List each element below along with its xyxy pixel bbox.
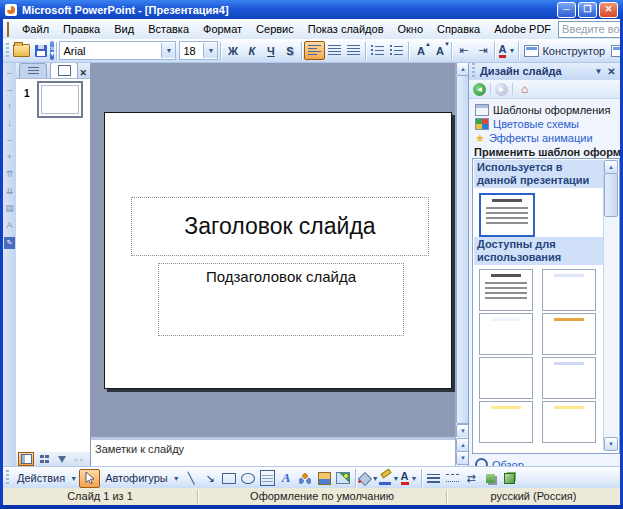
designer-button[interactable]: Конструктор [521,41,608,60]
tab-outline[interactable] [19,63,47,78]
menu-item-help[interactable]: Справка [430,20,487,38]
toolbar-options-button[interactable]: »▾ [50,41,54,60]
design-template-thumb-current[interactable] [479,193,535,237]
scroll-up-icon[interactable]: ▲ [604,160,618,174]
collapse-icon[interactable]: − [7,132,12,149]
design-template-thumb[interactable] [479,401,533,443]
menu-item-view[interactable]: Вид [107,20,141,38]
slide-sorter-button[interactable] [36,452,52,466]
wordart-button[interactable]: А [277,469,296,488]
question-input[interactable] [558,21,623,38]
chevron-down-icon[interactable]: ▼ [393,475,400,482]
home-icon[interactable]: ⌂ [517,83,532,96]
align-right-button[interactable] [344,41,363,60]
chevron-down-icon[interactable]: ▼ [161,43,175,58]
design-template-thumb[interactable] [479,269,533,311]
dash-style-button[interactable] [443,469,462,488]
bullets-button[interactable] [387,41,406,60]
arrow-button[interactable]: ↘ [201,469,220,488]
scroll-down-icon[interactable]: ▼ [604,437,618,451]
font-size-combo[interactable]: 18 ▼ [179,41,218,60]
menu-item-insert[interactable]: Вставка [141,20,196,38]
editor-scrollbar[interactable]: ▲ ▼ [455,62,469,437]
collapse-all-icon[interactable]: ⇈ [6,166,14,183]
taskpane-dropdown-icon[interactable]: ▼ [592,67,605,76]
menu-item-window[interactable]: Окно [391,20,431,38]
notes-panel[interactable]: Заметки к слайду [90,437,455,469]
font-color-button[interactable]: А▼ [497,41,516,60]
insert-picture-button[interactable] [334,469,353,488]
minimize-button[interactable]: ─ [557,2,576,18]
increase-indent-button[interactable]: ⇥ [473,41,492,60]
menu-item-edit[interactable]: Правка [56,20,107,38]
rectangle-button[interactable] [220,469,239,488]
chevron-down-icon[interactable]: ▼ [508,47,515,54]
toolbar-grip[interactable] [6,470,9,486]
notes-scrollbar[interactable]: ▲ ▼ [455,437,469,466]
oval-button[interactable] [239,469,258,488]
taskpane-close-icon[interactable]: ✕ [605,66,618,77]
textbox-button[interactable] [258,469,277,488]
tab-slides[interactable] [50,62,78,78]
autoshapes-menu-button[interactable]: Автофигуры ▼ [100,469,182,488]
decrease-font-button[interactable]: А▼ [430,41,449,60]
chevron-down-icon[interactable]: ▼ [411,475,418,482]
close-button[interactable]: ✕ [599,2,618,18]
forward-icon[interactable]: ► [495,83,508,96]
promote-icon[interactable]: ← [5,64,14,81]
bold-button[interactable]: Ж [223,41,242,60]
shadow-style-button[interactable] [481,469,500,488]
link-color-schemes[interactable]: Цветовые схемы [475,117,579,131]
shadow-button[interactable]: S [280,41,299,60]
design-template-thumb[interactable] [542,269,596,311]
line-color-button[interactable]: ▼ [379,469,400,488]
line-button[interactable]: ╲ [182,469,201,488]
scroll-left-icon[interactable]: ◂ [73,455,77,464]
show-formatting-icon[interactable]: А [6,217,12,234]
link-design-templates[interactable]: Шаблоны оформления [475,103,610,117]
maximize-button[interactable]: ❐ [578,2,597,18]
align-center-button[interactable] [325,41,344,60]
design-template-thumb[interactable] [542,357,596,399]
scrollbar-thumb[interactable] [604,173,618,217]
underline-button[interactable]: Ч [261,41,280,60]
design-template-thumb[interactable] [479,357,533,399]
taskpane-grip[interactable] [472,63,475,79]
slide-canvas[interactable]: Заголовок слайда Подзаголовок слайда [104,112,452,389]
back-icon[interactable]: ◄ [473,83,486,96]
design-template-thumb[interactable] [542,313,596,355]
arrow-style-button[interactable]: ⇄ [462,469,481,488]
select-objects-button[interactable] [79,469,100,488]
demote-icon[interactable]: → [5,81,14,98]
align-left-button[interactable] [304,41,325,60]
expand-all-icon[interactable]: ⇊ [6,183,14,200]
menu-item-tools[interactable]: Сервис [249,20,301,38]
menu-item-format[interactable]: Формат [196,20,249,38]
panel-close-icon[interactable]: ✕ [79,68,87,78]
chevron-down-icon[interactable]: ▼ [203,43,217,58]
design-template-thumb[interactable] [542,401,596,443]
threed-style-button[interactable] [500,469,519,488]
increase-font-button[interactable]: А▲ [411,41,430,60]
actions-menu-button[interactable]: Действия ▼ [12,469,79,488]
menu-item-adobe-pdf[interactable]: Adobe PDF [487,20,558,38]
toolbar-grip[interactable] [6,43,9,59]
template-list-scrollbar[interactable]: ▲ ▼ [603,160,618,450]
subtitle-placeholder[interactable]: Подзаголовок слайда [158,263,404,336]
title-placeholder[interactable]: Заголовок слайда [131,197,429,256]
italic-button[interactable]: К [242,41,261,60]
outline-toolbar-footer-icon[interactable]: ✎ [4,237,15,249]
expand-icon[interactable]: + [7,149,12,166]
scroll-right-icon[interactable]: ▸ [80,455,84,464]
diagram-button[interactable] [296,469,315,488]
menu-item-file[interactable]: Файл [15,20,56,38]
summary-slide-icon[interactable]: ▤ [5,200,14,217]
slide-show-button[interactable] [54,452,70,466]
fill-color-button[interactable]: ▼ [358,469,379,488]
font-color-button[interactable]: А▼ [400,469,419,488]
menu-item-slideshow[interactable]: Показ слайдов [301,20,391,38]
move-down-icon[interactable]: ↓ [7,115,12,132]
line-style-button[interactable] [424,469,443,488]
design-template-thumb[interactable] [479,313,533,355]
move-up-icon[interactable]: ↑ [7,98,12,115]
